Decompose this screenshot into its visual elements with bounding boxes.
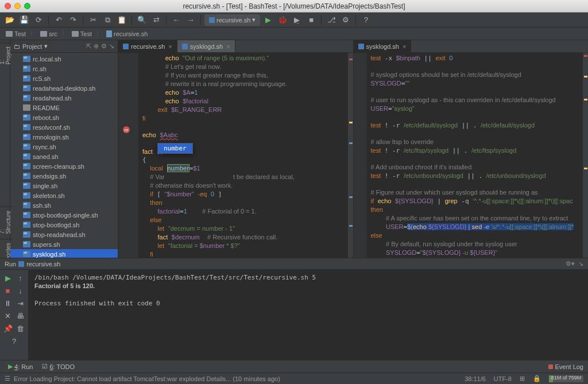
tree-file-item[interactable]: screen-cleanup.sh xyxy=(10,161,118,171)
autocomplete-item[interactable]: number xyxy=(158,143,192,153)
editor-gutter[interactable] xyxy=(354,53,368,258)
zoom-window-button[interactable] xyxy=(24,3,30,9)
encoding[interactable]: UTF-8 xyxy=(494,375,512,382)
tree-file-item[interactable]: stop-readahead.sh xyxy=(10,230,118,239)
help-icon[interactable]: ? xyxy=(9,335,20,347)
scroll-to-icon[interactable]: ⊕ xyxy=(94,42,99,50)
tree-file-item[interactable]: stop-bootlogd-single.sh xyxy=(10,210,118,220)
gutter-mark-icon[interactable]: m xyxy=(123,126,130,133)
print-icon[interactable]: 🖶 xyxy=(15,310,26,321)
close-tab-icon[interactable]: × xyxy=(168,43,172,50)
stop-icon[interactable]: ■ xyxy=(2,285,14,296)
wrap-icon[interactable]: ⇥ xyxy=(15,297,26,309)
clear-icon[interactable]: 🗑 xyxy=(15,323,26,334)
tree-file-item[interactable]: skeleton.sh xyxy=(10,191,118,200)
event-log-tab[interactable]: Event Log xyxy=(544,362,588,371)
tree-file-item[interactable]: rcS.sh xyxy=(10,73,118,83)
run-icon[interactable]: ▶ xyxy=(262,14,274,26)
collapse-icon[interactable]: ⇱ xyxy=(86,42,91,50)
breadcrumb-item[interactable]: src xyxy=(38,30,60,38)
hide-icon[interactable]: ↘ xyxy=(578,260,583,267)
error-stripe[interactable] xyxy=(582,53,588,258)
tree-file-item[interactable]: reboot.sh xyxy=(10,113,118,122)
tree-file-item[interactable]: rc.sh xyxy=(10,64,118,73)
save-all-icon[interactable]: 💾 xyxy=(18,14,30,26)
vcs-icon[interactable]: ⎇ xyxy=(325,14,338,26)
rerun-icon[interactable]: ▶ xyxy=(2,272,14,284)
pause-icon[interactable]: ⏸ xyxy=(2,297,14,309)
tree-file-item[interactable]: readahead-desktop.sh xyxy=(10,83,118,93)
editor-gutter[interactable]: m xyxy=(118,53,139,258)
insert-mode-icon[interactable]: ⊞ xyxy=(520,375,525,382)
editor-body[interactable]: test -x $binpath || exit 0 # syslogd opt… xyxy=(354,53,589,258)
help-icon[interactable]: ? xyxy=(359,14,372,26)
gear-icon[interactable]: ⚙ xyxy=(101,42,107,50)
minimize-window-button[interactable] xyxy=(14,3,21,9)
project-tool-tab[interactable]: 1: Project xyxy=(0,42,13,68)
run-output[interactable]: /bin/bash /Volumes/DATA/IdeaProjects/Bas… xyxy=(29,270,588,360)
chevron-down-icon[interactable]: ▾ xyxy=(44,42,48,50)
status-message[interactable]: Error Loading Project: Cannot load artif… xyxy=(14,375,280,382)
close-icon[interactable]: ✕ xyxy=(2,310,14,321)
menu-icon[interactable]: ☰ xyxy=(5,375,10,382)
todo-status-tab[interactable]: ☑6: TODO xyxy=(37,362,79,371)
tree-file-item[interactable]: stop-bootlogd.sh xyxy=(10,220,118,230)
settings-icon[interactable]: ⚙ xyxy=(339,14,352,26)
memory-indicator[interactable]: 81M of 759M xyxy=(549,375,583,382)
tree-file-item[interactable]: saned.sh xyxy=(10,152,118,161)
copy-icon[interactable]: ⧉ xyxy=(101,14,114,26)
close-window-button[interactable] xyxy=(5,3,11,9)
coverage-icon[interactable]: ▶̤ xyxy=(291,14,303,26)
run-status-tab[interactable]: ▶4: Run xyxy=(3,362,37,371)
cut-icon[interactable]: ✂ xyxy=(87,14,99,26)
sync-icon[interactable]: ⟳ xyxy=(32,14,45,26)
tree-file-item[interactable]: rc.local.sh xyxy=(10,54,118,64)
tree-file-item[interactable]: sysklogd.sh xyxy=(10,249,118,258)
line-column[interactable]: 38:11/6 xyxy=(465,375,486,382)
pin-icon[interactable]: 📌 xyxy=(2,323,14,334)
paste-icon[interactable]: 📋 xyxy=(115,14,128,26)
tree-file-item[interactable]: sendsigs.sh xyxy=(10,171,118,181)
autocomplete-popup[interactable]: number xyxy=(157,143,193,154)
favorites-tool-tab[interactable]: 2: Favorites xyxy=(0,239,13,258)
code-area[interactable]: test -x $binpath || exit 0 # syslogd opt… xyxy=(368,53,583,258)
stop-icon[interactable]: ■ xyxy=(305,14,318,26)
find-icon[interactable]: 🔍 xyxy=(136,14,148,26)
editor-tab[interactable]: recursive.sh× xyxy=(118,40,177,52)
tree-file-item[interactable]: rsync.sh xyxy=(10,142,118,152)
redo-icon[interactable]: ↷ xyxy=(67,14,79,26)
run-icon: ▶ xyxy=(8,363,13,370)
open-icon[interactable]: 📂 xyxy=(3,14,16,26)
tree-file-item[interactable]: single.sh xyxy=(10,181,118,191)
structure-tool-tab[interactable]: 7: Structure xyxy=(0,207,13,238)
tree-file-item[interactable]: supers.sh xyxy=(10,239,118,249)
lock-icon[interactable]: 🔒 xyxy=(533,375,541,382)
project-tree[interactable]: rc.local.shrc.shrcS.shreadahead-desktop.… xyxy=(10,53,118,258)
undo-icon[interactable]: ↶ xyxy=(52,14,65,26)
close-tab-icon[interactable]: × xyxy=(226,43,230,50)
forward-icon[interactable]: → xyxy=(184,14,197,26)
tree-file-item[interactable]: readahead.sh xyxy=(10,93,118,103)
gear-icon[interactable]: ⚙▾ xyxy=(566,260,575,267)
down-icon[interactable]: ↓ xyxy=(15,285,26,296)
up-icon[interactable]: ↑ xyxy=(15,272,26,284)
hide-icon[interactable]: ↘ xyxy=(109,42,114,50)
debug-icon[interactable]: 🐞 xyxy=(276,14,289,26)
error-stripe[interactable] xyxy=(347,53,353,258)
tree-file-item[interactable]: resolvconf.sh xyxy=(10,122,118,132)
tree-file-item[interactable]: ssh.sh xyxy=(10,200,118,210)
tree-file-item[interactable]: rmnologin.sh xyxy=(10,132,118,142)
editor-tab[interactable]: sysklogd.sh× xyxy=(177,40,235,52)
replace-icon[interactable]: ⇄ xyxy=(150,14,163,26)
tree-file-item[interactable]: README xyxy=(10,103,118,113)
editor-tab[interactable]: sysklogd.sh× xyxy=(354,40,412,52)
breadcrumb-item[interactable]: recursive.sh xyxy=(104,30,150,38)
editor-body[interactable]: m echo "Out of range (5 is maximum)." # … xyxy=(118,53,353,258)
run-config-selector[interactable]: recursive.sh ▾ xyxy=(204,14,260,26)
back-icon[interactable]: ← xyxy=(170,14,183,26)
breadcrumb-item[interactable]: Test xyxy=(69,30,94,38)
breadcrumb-item[interactable]: Test xyxy=(3,30,28,38)
file-name: rmnologin.sh xyxy=(33,134,69,141)
close-tab-icon[interactable]: × xyxy=(403,43,406,50)
code-area[interactable]: echo "Out of range (5 is maximum)." # Le… xyxy=(139,53,347,258)
